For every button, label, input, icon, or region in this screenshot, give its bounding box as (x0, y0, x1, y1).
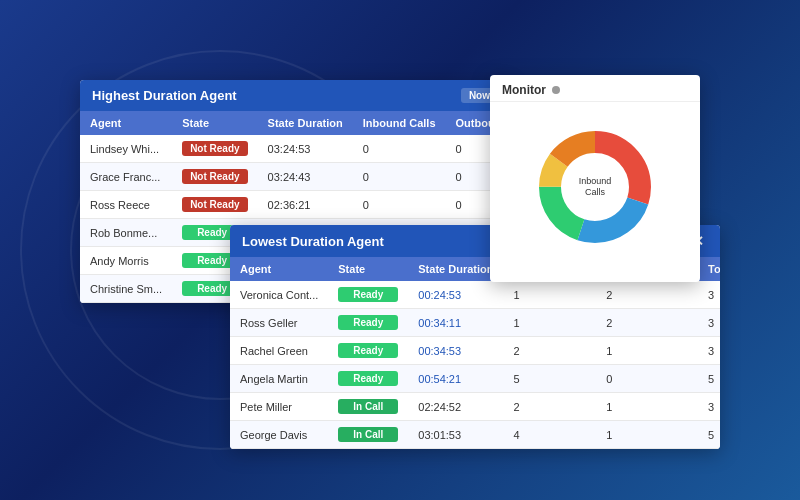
donut-chart-container: Inbound Calls (490, 102, 700, 272)
inbound-calls: 1 (503, 309, 596, 337)
outbound-calls: 1 (596, 393, 698, 421)
agent-name: Grace Franc... (80, 163, 172, 191)
table-row: Ross Geller Ready 00:34:11 1 2 3 (230, 309, 720, 337)
agent-state: Ready (328, 281, 408, 309)
donut-chart: Inbound Calls (525, 117, 665, 257)
table-row: Pete Miller In Call 02:24:52 2 1 3 (230, 393, 720, 421)
agent-state: In Call (328, 393, 408, 421)
agent-name: Rob Bonme... (80, 219, 172, 247)
monitor-panel: Monitor Inbound Calls (490, 75, 700, 282)
table-row: Veronica Cont... Ready 00:24:53 1 2 3 (230, 281, 720, 309)
agent-name: Ross Reece (80, 191, 172, 219)
agent-name: Andy Morris (80, 247, 172, 275)
agent-name: George Davis (230, 421, 328, 449)
state-duration: 02:36:21 (258, 191, 353, 219)
state-badge: In Call (338, 427, 398, 442)
donut-center-label-line2: Calls (585, 187, 606, 197)
agent-name: Ross Geller (230, 309, 328, 337)
state-duration: 00:54:21 (408, 365, 503, 393)
agent-state: Not Ready (172, 163, 257, 191)
col-agent-l: Agent (230, 257, 328, 281)
state-badge: In Call (338, 399, 398, 414)
agent-name: Christine Sm... (80, 275, 172, 303)
state-duration: 03:24:43 (258, 163, 353, 191)
col-state-l: State (328, 257, 408, 281)
state-badge: Not Ready (182, 197, 247, 212)
donut-center-label-line1: Inbound (579, 176, 612, 186)
state-badge: Ready (338, 371, 398, 386)
monitor-status-dot (552, 86, 560, 94)
table-row: Grace Franc... Not Ready 03:24:43 0 0 (80, 163, 510, 191)
agent-name: Pete Miller (230, 393, 328, 421)
inbound-calls: 5 (503, 365, 596, 393)
agent-state: In Call (328, 421, 408, 449)
outbound-calls: 2 (596, 309, 698, 337)
inbound-calls: 4 (503, 421, 596, 449)
col-duration-h: State Duration (258, 111, 353, 135)
agent-name: Angela Martin (230, 365, 328, 393)
highest-panel-header: Highest Duration Agent Now (80, 80, 510, 111)
inbound-calls: 2 (503, 393, 596, 421)
outbound-calls: 2 (596, 281, 698, 309)
table-row: Angela Martin Ready 00:54:21 5 0 5 (230, 365, 720, 393)
agent-name: Rachel Green (230, 337, 328, 365)
state-duration: 03:01:53 (408, 421, 503, 449)
total-calls: 3 (698, 309, 720, 337)
state-duration: 02:24:52 (408, 393, 503, 421)
state-badge: Ready (338, 287, 398, 302)
col-state-h: State (172, 111, 257, 135)
inbound-calls: 2 (503, 337, 596, 365)
agent-state: Ready (328, 337, 408, 365)
lowest-duration-table: Agent State State Duration Inbound Calls… (230, 257, 720, 449)
highest-table-header-row: Agent State State Duration Inbound Calls… (80, 111, 510, 135)
total-calls: 3 (698, 393, 720, 421)
monitor-title: Monitor (502, 83, 546, 97)
agent-state: Not Ready (172, 135, 257, 163)
total-calls: 3 (698, 281, 720, 309)
state-duration: 03:24:53 (258, 135, 353, 163)
agent-name: Veronica Cont... (230, 281, 328, 309)
inbound-calls: 0 (353, 191, 446, 219)
outbound-calls: 0 (596, 365, 698, 393)
inbound-calls: 1 (503, 281, 596, 309)
table-row: George Davis In Call 03:01:53 4 1 5 (230, 421, 720, 449)
agent-state: Ready (328, 365, 408, 393)
total-calls: 5 (698, 421, 720, 449)
inbound-calls: 0 (353, 163, 446, 191)
highest-panel-title: Highest Duration Agent (92, 88, 237, 103)
state-badge: Not Ready (182, 169, 247, 184)
total-calls: 3 (698, 337, 720, 365)
table-row: Rachel Green Ready 00:34:53 2 1 3 (230, 337, 720, 365)
state-duration: 00:24:53 (408, 281, 503, 309)
agent-state: Not Ready (172, 191, 257, 219)
outbound-calls: 1 (596, 421, 698, 449)
outbound-calls: 1 (596, 337, 698, 365)
lowest-panel-title: Lowest Duration Agent (242, 234, 384, 249)
state-badge: Ready (338, 343, 398, 358)
col-total-l: Total Calls (698, 257, 720, 281)
total-calls: 5 (698, 365, 720, 393)
state-duration: 00:34:53 (408, 337, 503, 365)
table-row: Ross Reece Not Ready 02:36:21 0 0 (80, 191, 510, 219)
agent-name: Lindsey Whi... (80, 135, 172, 163)
state-duration: 00:34:11 (408, 309, 503, 337)
state-badge: Not Ready (182, 141, 247, 156)
table-row: Lindsey Whi... Not Ready 03:24:53 0 0 (80, 135, 510, 163)
col-inbound-h: Inbound Calls (353, 111, 446, 135)
monitor-header: Monitor (490, 75, 700, 102)
inbound-calls: 0 (353, 135, 446, 163)
agent-state: Ready (328, 309, 408, 337)
state-badge: Ready (338, 315, 398, 330)
col-agent-h: Agent (80, 111, 172, 135)
